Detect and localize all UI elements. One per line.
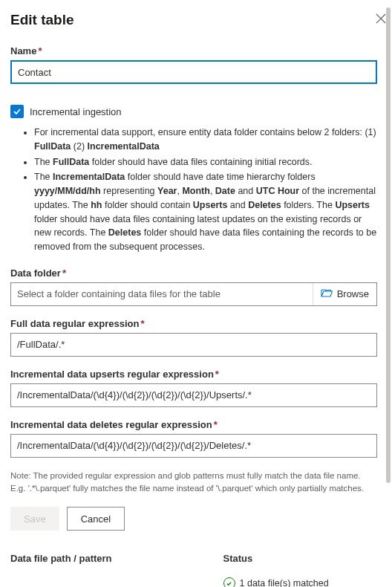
name-input[interactable] (10, 60, 377, 84)
info-list-item: The FullData folder should have data fil… (34, 155, 377, 169)
incremental-checkbox[interactable] (10, 105, 24, 118)
incremental-label: Incremental ingestion (30, 106, 122, 117)
folder-open-icon (321, 288, 333, 300)
col-header-status: Status (223, 553, 377, 564)
status-cell: 1 data file(s) matchedSchema match (223, 577, 377, 587)
full-regex-input[interactable] (10, 333, 377, 357)
page-title: Edit table (10, 12, 74, 28)
status-item: 1 data file(s) matched (223, 577, 377, 587)
delete-regex-label: Incremental data deletes regular express… (10, 419, 377, 430)
incremental-info-list: For incremental data support, ensure ent… (10, 126, 377, 254)
browse-button[interactable]: Browse (313, 283, 376, 305)
upsert-regex-input[interactable] (10, 383, 377, 407)
upsert-regex-label: Incremental data upserts regular express… (10, 369, 377, 380)
checkmark-circle-icon (223, 577, 235, 587)
delete-regex-input[interactable] (10, 434, 377, 458)
data-folder-input[interactable] (11, 283, 313, 305)
name-label: Name* (10, 45, 377, 56)
col-header-path: Data file path / pattern (10, 553, 223, 564)
save-button: Save (10, 507, 59, 531)
regex-note: Note: The provided regular expression an… (10, 470, 377, 496)
cancel-button[interactable]: Cancel (67, 507, 125, 531)
info-list-item: The IncrementalData folder should have d… (34, 170, 377, 254)
table-row: Test Partitions 2/User/userdata1\.parque… (10, 570, 377, 587)
scrollbar[interactable] (386, 7, 391, 483)
full-regex-label: Full data regular expression* (10, 318, 377, 329)
info-list-item: For incremental data support, ensure ent… (34, 126, 377, 154)
data-folder-label: Data folder* (10, 267, 377, 279)
